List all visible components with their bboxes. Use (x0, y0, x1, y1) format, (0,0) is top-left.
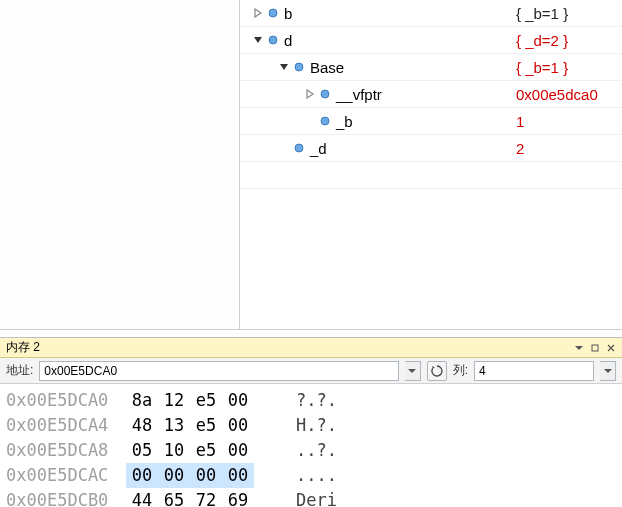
memory-byte[interactable]: e5 (190, 438, 222, 463)
memory-byte[interactable]: 48 (126, 413, 158, 438)
memory-ascii: Deri (286, 488, 337, 507)
tree-node-value: 0x00e5dca0 (510, 86, 622, 103)
panel-dropdown-icon[interactable] (574, 343, 584, 353)
columns-label: 列: (453, 362, 468, 379)
svg-point-3 (321, 90, 329, 98)
memory-panel-title: 内存 2 (6, 339, 40, 356)
memory-row[interactable]: 0x00E5DCA08a12e500?.?. (6, 388, 616, 413)
columns-dropdown-button[interactable] (600, 361, 616, 381)
svg-point-0 (269, 9, 277, 17)
memory-address: 0x00E5DCA0 (6, 388, 126, 413)
memory-byte[interactable]: 00 (222, 438, 254, 463)
memory-panel-titlebar: 内存 2 (0, 338, 622, 358)
memory-byte[interactable]: 72 (190, 488, 222, 507)
memory-byte[interactable]: 00 (158, 463, 190, 488)
memory-byte[interactable]: 00 (126, 463, 158, 488)
memory-panel: 内存 2 地址: 列: 0x00E5DCA08a12e500?.?.0x00E5… (0, 337, 622, 507)
memory-ascii: H.?. (286, 413, 337, 438)
tree-node-name: __vfptr (336, 86, 382, 103)
memory-byte[interactable]: 00 (222, 413, 254, 438)
tree-node-name: b (284, 5, 292, 22)
panel-pin-icon[interactable] (590, 343, 600, 353)
tree-row-empty (240, 162, 622, 189)
memory-bytes: 4813e500 (126, 413, 286, 438)
memory-byte[interactable]: e5 (190, 388, 222, 413)
memory-hex-view[interactable]: 0x00E5DCA08a12e500?.?.0x00E5DCA44813e500… (0, 384, 622, 507)
address-dropdown-button[interactable] (405, 361, 421, 381)
memory-byte[interactable]: 12 (158, 388, 190, 413)
tree-node-name: _d (310, 140, 327, 157)
tree-node-value: 1 (510, 113, 622, 130)
memory-byte[interactable]: 00 (222, 388, 254, 413)
memory-toolbar: 地址: 列: (0, 358, 622, 384)
tree-node-name: _b (336, 113, 353, 130)
variable-icon (320, 116, 330, 126)
tree-node-name: Base (310, 59, 344, 76)
variable-icon (294, 143, 304, 153)
variable-icon (320, 89, 330, 99)
tree-row[interactable]: d{ _d=2 } (240, 27, 622, 54)
memory-byte[interactable]: e5 (190, 413, 222, 438)
memory-byte[interactable]: 69 (222, 488, 254, 507)
memory-address: 0x00E5DCA8 (6, 438, 126, 463)
address-label: 地址: (6, 362, 33, 379)
memory-row[interactable]: 0x00E5DCA44813e500H.?. (6, 413, 616, 438)
memory-address: 0x00E5DCB0 (6, 488, 126, 507)
tree-node-value: { _b=1 } (510, 5, 622, 22)
tree-row[interactable]: b{ _b=1 } (240, 0, 622, 27)
expander-placeholder (278, 142, 290, 154)
memory-byte[interactable]: 44 (126, 488, 158, 507)
expander-placeholder (304, 115, 316, 127)
memory-bytes: 44657269 (126, 488, 286, 507)
svg-point-5 (295, 144, 303, 152)
variable-icon (268, 8, 278, 18)
memory-byte[interactable]: 8a (126, 388, 158, 413)
svg-point-1 (269, 36, 277, 44)
columns-input[interactable] (474, 361, 594, 381)
tree-row[interactable]: _b1 (240, 108, 622, 135)
memory-byte[interactable]: 10 (158, 438, 190, 463)
svg-rect-6 (592, 345, 598, 351)
memory-row[interactable]: 0x00E5DCA80510e500..?. (6, 438, 616, 463)
memory-byte[interactable]: 05 (126, 438, 158, 463)
tree-row[interactable]: _d2 (240, 135, 622, 162)
memory-bytes: 00000000 (126, 463, 286, 488)
left-pane (0, 0, 240, 329)
memory-byte[interactable]: 13 (158, 413, 190, 438)
memory-byte[interactable]: 00 (222, 463, 254, 488)
variable-icon (294, 62, 304, 72)
chevron-right-icon[interactable] (304, 88, 316, 100)
chevron-right-icon[interactable] (252, 7, 264, 19)
panel-close-icon[interactable] (606, 343, 616, 353)
tree-node-value: { _d=2 } (510, 32, 622, 49)
tree-node-value: { _b=1 } (510, 59, 622, 76)
svg-point-4 (321, 117, 329, 125)
memory-address: 0x00E5DCAC (6, 463, 126, 488)
watch-tree: b{ _b=1 }d{ _d=2 }Base{ _b=1 }__vfptr0x0… (240, 0, 622, 329)
memory-ascii: ?.?. (286, 388, 337, 413)
tree-node-name: d (284, 32, 292, 49)
memory-row[interactable]: 0x00E5DCAC00000000.... (6, 463, 616, 488)
memory-bytes: 8a12e500 (126, 388, 286, 413)
tree-node-value: 2 (510, 140, 622, 157)
memory-ascii: .... (286, 463, 337, 488)
tree-row[interactable]: __vfptr0x00e5dca0 (240, 81, 622, 108)
memory-byte[interactable]: 00 (190, 463, 222, 488)
chevron-down-icon[interactable] (252, 34, 264, 46)
address-input[interactable] (39, 361, 398, 381)
memory-address: 0x00E5DCA4 (6, 413, 126, 438)
variable-icon (268, 35, 278, 45)
refresh-button[interactable] (427, 361, 447, 381)
memory-ascii: ..?. (286, 438, 337, 463)
memory-bytes: 0510e500 (126, 438, 286, 463)
top-region: b{ _b=1 }d{ _d=2 }Base{ _b=1 }__vfptr0x0… (0, 0, 622, 330)
memory-row[interactable]: 0x00E5DCB044657269Deri (6, 488, 616, 507)
memory-byte[interactable]: 65 (158, 488, 190, 507)
svg-point-2 (295, 63, 303, 71)
tree-row[interactable]: Base{ _b=1 } (240, 54, 622, 81)
chevron-down-icon[interactable] (278, 61, 290, 73)
